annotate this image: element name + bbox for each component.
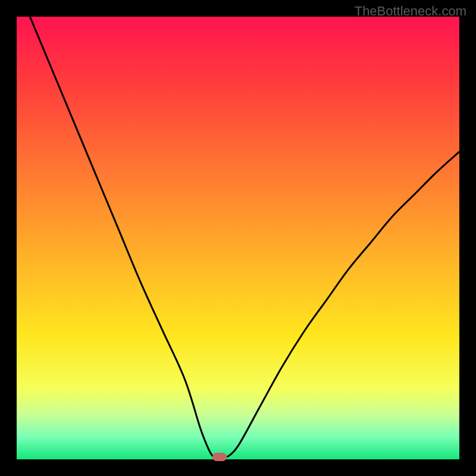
curve-right <box>227 152 459 457</box>
plot-area <box>17 17 459 459</box>
curve-left <box>30 17 214 457</box>
curve-layer <box>17 17 459 459</box>
minimum-marker <box>212 453 227 461</box>
watermark-text: TheBottleneck.com <box>355 4 466 19</box>
